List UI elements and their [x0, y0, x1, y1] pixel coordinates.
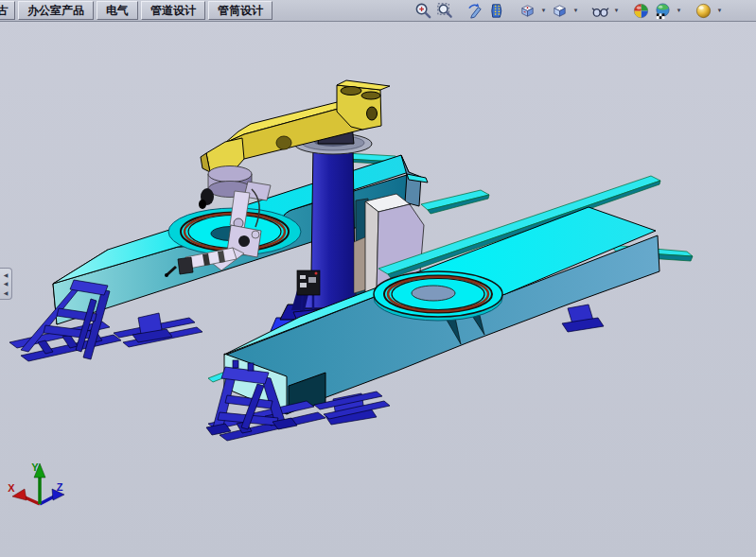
expand-left-icon: ◀	[4, 272, 9, 278]
feature-panel-expander[interactable]: ◀ ◀ ◀	[0, 268, 12, 300]
tab-tubing-design[interactable]: 管筒设计	[208, 1, 273, 20]
apply-scene-dropdown[interactable]: ▼	[675, 1, 683, 20]
view-settings-icon[interactable]	[694, 1, 713, 20]
tab-office-products[interactable]: 办公室产品	[18, 1, 94, 20]
expand-left-icon: ◀	[4, 281, 9, 287]
triad-x-label: X	[8, 482, 15, 494]
section-view-icon[interactable]	[487, 1, 507, 20]
view-settings-dropdown[interactable]: ▼	[715, 1, 724, 20]
expand-left-icon: ◀	[4, 290, 9, 296]
display-style-icon[interactable]	[550, 1, 570, 20]
tab-electrical[interactable]: 电气	[97, 1, 138, 20]
tab-piping-design[interactable]: 管道设计	[141, 1, 205, 20]
triad-z-label: Z	[57, 481, 63, 493]
view-orientation-dropdown[interactable]: ▼	[539, 1, 548, 20]
hide-show-items-icon[interactable]	[590, 1, 610, 20]
view-orientation-icon[interactable]	[518, 1, 537, 20]
heads-up-view-toolbar: ▼ ▼ ▼	[413, 0, 724, 21]
triad-y-label: Y	[31, 461, 39, 473]
zoom-to-area-icon[interactable]	[435, 1, 455, 20]
display-style-dropdown[interactable]: ▼	[571, 1, 580, 20]
tab-partial[interactable]: 古	[0, 1, 15, 20]
zoom-to-fit-icon[interactable]	[413, 1, 433, 20]
front-ring-center-hole[interactable]	[412, 286, 455, 301]
rotate-view-icon[interactable]	[466, 1, 485, 20]
hide-show-items-dropdown[interactable]: ▼	[612, 1, 621, 20]
apply-scene-icon[interactable]	[653, 1, 673, 20]
edit-appearance-icon[interactable]	[631, 1, 651, 20]
viewport-canvas[interactable]: Y X Z	[0, 0, 756, 557]
